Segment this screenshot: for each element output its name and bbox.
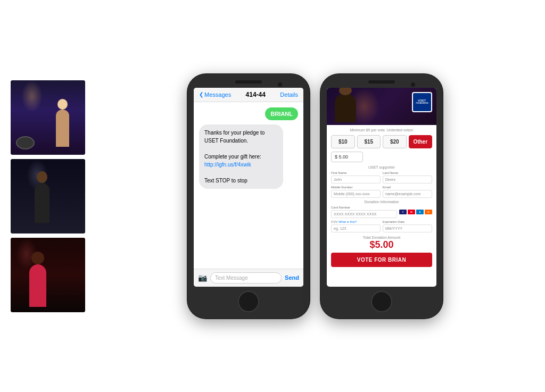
photo-performer-1	[11, 80, 85, 155]
card-number-input[interactable]: XXXX XXXX XXXX XXXX	[331, 210, 397, 218]
sms-screen: Messages 414-44 Details BRIANL Thanks fo…	[194, 88, 303, 287]
first-name-input[interactable]: John	[331, 176, 381, 184]
sms-header: Messages 414-44 Details	[194, 88, 303, 102]
amount-20-button[interactable]: $20	[383, 135, 407, 148]
mastercard-icon: M	[408, 210, 415, 214]
card-number-label: Card Number	[331, 206, 397, 209]
camera-icon[interactable]: 📷	[198, 273, 207, 282]
donation-content: Minimum $5 per vote. Unlimited votes! $1…	[327, 125, 436, 287]
mobile-group: Mobile Number Mobile (000) xxx-xxxx	[331, 186, 381, 198]
email-group: Email name@example.com	[383, 186, 432, 198]
cvv-label: CVV What is this?	[331, 220, 381, 223]
name-row: First Name John Last Name Deere	[331, 171, 432, 184]
cvv-group: CVV What is this? eg. 123	[331, 220, 381, 232]
iphone-camera-2	[411, 82, 415, 87]
donation-form: USET FOUNDATION Minimum $5 per vote. Unl…	[327, 88, 436, 287]
pledge-link[interactable]: http://igfn.us/f/4xwik	[204, 162, 251, 168]
sms-details-button[interactable]: Details	[280, 91, 298, 98]
amount-15-button[interactable]: $15	[357, 135, 381, 148]
uset-badge: USET FOUNDATION	[412, 92, 432, 112]
sms-input-bar: 📷 Text Message Send	[194, 269, 303, 287]
last-name-label: Last Name	[383, 171, 432, 174]
email-input[interactable]: name@example.com	[383, 190, 432, 198]
sms-bubble-received: Thanks for your pledge to USET Foundatio…	[199, 124, 283, 189]
sms-number: 414-44	[246, 91, 266, 98]
main-container: Messages 414-44 Details BRIANL Thanks fo…	[0, 0, 545, 392]
sms-body: BRIANL Thanks for your pledge to USET Fo…	[194, 102, 303, 269]
iphone-speaker	[235, 80, 262, 84]
amount-10-button[interactable]: $10	[331, 135, 355, 148]
min-vote-label: Minimum $5 per vote. Unlimited votes!	[331, 128, 432, 132]
card-number-row: Card Number XXXX XXXX XXXX XXXX V M A D	[331, 206, 432, 218]
iphone-camera	[278, 82, 282, 87]
photo-performer-3	[11, 238, 85, 312]
amount-buttons: $10 $15 $20 Other	[331, 135, 432, 148]
card-icons: V M A D	[399, 210, 432, 214]
cvv-input[interactable]: eg. 123	[331, 224, 381, 232]
visa-icon: V	[399, 210, 407, 214]
amex-icon: A	[416, 210, 424, 214]
amount-other-button[interactable]: Other	[409, 135, 433, 148]
donation-iphone: USET FOUNDATION Minimum $5 per vote. Unl…	[320, 74, 443, 319]
donation-screen: USET FOUNDATION Minimum $5 per vote. Unl…	[327, 88, 436, 287]
total-area: Total Donation Amount $5.00	[331, 236, 432, 251]
last-name-input[interactable]: Deere	[383, 176, 432, 184]
sms-iphone: Messages 414-44 Details BRIANL Thanks fo…	[187, 74, 310, 319]
sms-back-label: Messages	[204, 91, 231, 98]
iphone-speaker-2	[368, 80, 395, 84]
mobile-label: Mobile Number	[331, 186, 381, 189]
discover-icon: D	[425, 210, 432, 214]
phones-area: Messages 414-44 Details BRIANL Thanks fo…	[96, 74, 534, 319]
contact-row: Mobile Number Mobile (000) xxx-xxxx Emai…	[331, 186, 432, 198]
mobile-input[interactable]: Mobile (000) xxx-xxxx	[331, 190, 381, 198]
donation-info-label: Donation Information	[331, 200, 432, 204]
exp-input[interactable]: MM/YYYY	[383, 224, 432, 232]
sms-text-input[interactable]: Text Message	[210, 272, 282, 283]
sms-send-button[interactable]: Send	[285, 274, 299, 281]
exp-group: Expiration Date MM/YYYY	[383, 220, 432, 232]
iphone-home-button-2[interactable]	[371, 291, 392, 312]
last-name-group: Last Name Deere	[383, 171, 432, 184]
photo-strip	[11, 80, 85, 312]
total-amount-value: $5.00	[331, 239, 432, 251]
exp-label: Expiration Date	[383, 220, 432, 223]
cvv-what-link[interactable]: What is this?	[338, 220, 357, 223]
custom-amount-input[interactable]: $ 5.00	[331, 152, 363, 162]
sms-back-button[interactable]: Messages	[199, 91, 231, 98]
uset-foundation-text: FOUNDATION	[416, 102, 428, 104]
card-number-group: Card Number XXXX XXXX XXXX XXXX	[331, 206, 397, 218]
first-name-label: First Name	[331, 171, 381, 174]
photo-performer-2	[11, 159, 85, 233]
iphone-home-button[interactable]	[238, 291, 259, 312]
total-donation-label: Total Donation Amount	[331, 236, 432, 239]
vote-button[interactable]: VOTE FOR BRIAN	[331, 253, 432, 267]
email-label: Email	[383, 186, 432, 189]
supporter-label: USET supporter	[331, 165, 432, 169]
concert-hero: USET FOUNDATION	[327, 88, 436, 125]
first-name-group: First Name John	[331, 171, 381, 184]
sms-bubble-sent: BRIANL	[265, 107, 298, 120]
cvv-exp-row: CVV What is this? eg. 123 Expiration Dat…	[331, 220, 432, 232]
performer-silhouette	[335, 93, 356, 122]
